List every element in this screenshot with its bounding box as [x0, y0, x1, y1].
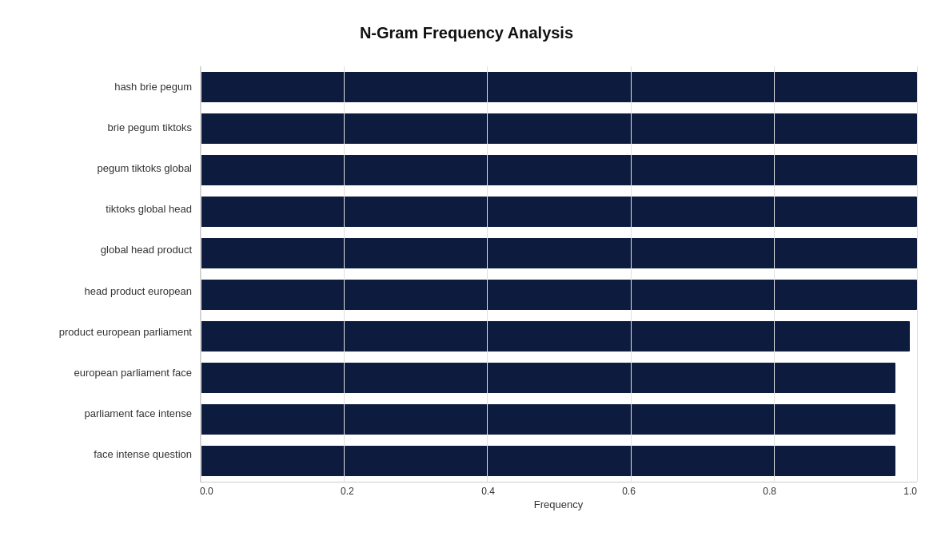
- bar-row: [201, 357, 917, 399]
- y-axis-label: face intense question: [16, 434, 192, 475]
- bar-row: [201, 191, 917, 232]
- x-tick-label: 0.0: [200, 486, 213, 497]
- x-tick-label: 0.2: [341, 486, 354, 497]
- y-axis-labels: hash brie pegumbrie pegum tiktokspegum t…: [16, 66, 200, 498]
- bars-area: [200, 66, 917, 483]
- bar: [201, 321, 910, 351]
- y-axis-label: pegum tiktoks global: [16, 148, 192, 189]
- bars-and-xaxis: 0.00.20.40.60.81.0 Frequency: [200, 66, 917, 498]
- bar: [201, 363, 895, 393]
- y-axis-label: european parliament face: [16, 352, 192, 393]
- y-axis-label: brie pegum tiktoks: [16, 107, 192, 148]
- y-axis-label: head product european: [16, 270, 192, 311]
- bar-row: [201, 316, 917, 357]
- x-axis-title: Frequency: [200, 498, 917, 510]
- x-tick-label: 0.4: [481, 486, 495, 497]
- bar-row: [201, 274, 917, 316]
- y-axis-label: tiktoks global head: [16, 189, 192, 229]
- x-tick-label: 1.0: [903, 486, 917, 497]
- bar: [201, 113, 917, 144]
- bar: [201, 280, 917, 310]
- gridline: [917, 66, 918, 482]
- bar-row: [201, 232, 917, 274]
- x-axis-ticks: 0.00.20.40.60.81.0: [200, 483, 917, 497]
- bar: [201, 446, 895, 476]
- chart-container: N-Gram Frequency Analysis hash brie pegu…: [0, 0, 933, 560]
- bar: [201, 404, 895, 435]
- y-axis-label: product european parliament: [16, 312, 192, 352]
- y-axis-label: parliament face intense: [16, 393, 192, 434]
- x-axis-area: 0.00.20.40.60.81.0 Frequency: [200, 483, 917, 506]
- bar: [201, 197, 917, 227]
- y-axis-label: hash brie pegum: [16, 66, 192, 107]
- bar-row: [201, 108, 917, 149]
- bar: [201, 155, 917, 185]
- chart-title: N-Gram Frequency Analysis: [16, 16, 917, 42]
- bar: [201, 72, 917, 102]
- y-axis-label: global head product: [16, 229, 192, 270]
- chart-area: hash brie pegumbrie pegum tiktokspegum t…: [16, 66, 917, 498]
- bar-row: [201, 66, 917, 108]
- x-tick-label: 0.6: [622, 486, 636, 497]
- bar-row: [201, 149, 917, 191]
- bar-row: [201, 399, 917, 440]
- x-tick-label: 0.8: [763, 486, 776, 497]
- bar: [201, 238, 917, 268]
- bar-row: [201, 440, 917, 482]
